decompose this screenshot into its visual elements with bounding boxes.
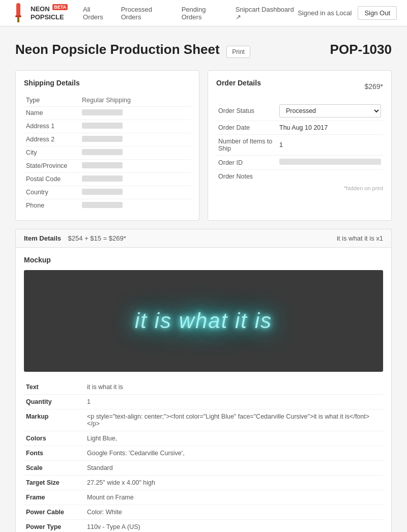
blurred-value: [82, 202, 123, 208]
item-details-table: Textit is what it isQuantity1Markup<p st…: [24, 380, 383, 532]
shipping-section-title: Shipping Details: [24, 79, 191, 87]
shipping-field-value: [80, 199, 191, 213]
shipping-row: Phone: [24, 199, 191, 213]
nav-all-orders[interactable]: All Orders: [83, 6, 111, 21]
order-field-value: [277, 170, 383, 184]
nav-processed-orders[interactable]: Processed Orders: [121, 6, 171, 21]
shipping-table: TypeRegular ShippingNameAddress 1Address…: [24, 94, 191, 212]
page-title: Neon Popsicle Production Sheet: [15, 42, 220, 57]
item-details-label: Item Details: [24, 234, 61, 242]
mockup-image: it is what it is: [24, 270, 383, 372]
order-field-value: Thu Aug 10 2017: [277, 121, 383, 135]
shipping-field-label: Type: [24, 94, 80, 107]
shipping-row: Name: [24, 107, 191, 120]
sign-out-button[interactable]: Sign Out: [358, 6, 397, 20]
print-button[interactable]: Print: [226, 46, 250, 58]
shipping-field-value: [80, 146, 191, 160]
shipping-field-label: Country: [24, 186, 80, 199]
shipping-field-value: [80, 107, 191, 120]
order-section-title: Order Details: [216, 79, 261, 87]
navigation: NEON BETA POPSICLE All Orders Processed …: [0, 0, 407, 26]
shipping-field-value: [80, 160, 191, 173]
item-field-label: Power Type: [24, 520, 85, 533]
logo-icon: [10, 3, 26, 23]
title-area: Neon Popsicle Production Sheet Print: [15, 42, 250, 58]
svg-rect-0: [16, 3, 20, 17]
order-price: $269*: [364, 82, 383, 91]
shipping-details-card: Shipping Details TypeRegular ShippingNam…: [15, 70, 199, 221]
item-field-label: Quantity: [24, 395, 85, 409]
item-field-value: Mount on Frame: [85, 490, 383, 505]
two-column-section: Shipping Details TypeRegular ShippingNam…: [15, 70, 392, 221]
item-field-label: Fonts: [24, 446, 85, 461]
item-detail-row: Target Size27.25" wide x 4.00" high: [24, 476, 383, 490]
item-field-label: Colors: [24, 431, 85, 446]
blurred-value: [82, 123, 123, 129]
item-field-value: Standard: [85, 461, 383, 476]
order-detail-row: Order Notes: [216, 170, 383, 184]
nav-links: All Orders Processed Orders Pending Orde…: [83, 6, 298, 21]
order-details-card: Order Details $269* Order StatusPendingP…: [208, 70, 392, 221]
item-detail-row: ScaleStandard: [24, 461, 383, 476]
item-card: Mockup it is what it is Textit is what i…: [15, 247, 392, 532]
item-detail-row: Quantity1: [24, 395, 383, 409]
shipping-field-value: Regular Shipping: [80, 94, 191, 107]
item-detail-row: Textit is what it is: [24, 380, 383, 395]
blurred-value: [82, 175, 123, 182]
item-detail-row: Power CableColor: White: [24, 505, 383, 520]
item-detail-row: Markup<p style="text-align: center;"><fo…: [24, 409, 383, 431]
shipping-field-value: [80, 186, 191, 199]
logo: NEON BETA POPSICLE: [10, 3, 68, 23]
order-field-value: 1: [277, 135, 383, 156]
mockup-title: Mockup: [24, 256, 383, 264]
order-field-value[interactable]: PendingProcessedShippedCancelled: [277, 101, 383, 121]
blurred-value: [82, 162, 123, 168]
item-field-value: 110v - Type A (US): [85, 520, 383, 533]
order-detail-row: Number of Items to Ship1: [216, 135, 383, 156]
item-detail-row: ColorsLight Blue,: [24, 431, 383, 446]
item-field-label: Text: [24, 380, 85, 395]
logo-line2: POPSICLE: [31, 13, 64, 21]
shipping-row: City: [24, 146, 191, 160]
order-detail-row: Order StatusPendingProcessedShippedCance…: [216, 101, 383, 121]
shipping-field-label: Phone: [24, 199, 80, 213]
page-header: Neon Popsicle Production Sheet Print POP…: [15, 42, 392, 58]
shipping-field-label: Name: [24, 107, 80, 120]
item-field-value: Light Blue,: [85, 431, 383, 446]
item-detail-row: Power Type110v - Type A (US): [24, 520, 383, 533]
item-price-formula: $254 + $15 = $269*: [68, 234, 126, 242]
order-field-label: Order Date: [216, 121, 277, 135]
order-field-label: Order Status: [216, 101, 277, 121]
shipping-row: Country: [24, 186, 191, 199]
item-field-label: Power Cable: [24, 505, 85, 520]
order-status-select[interactable]: PendingProcessedShippedCancelled: [279, 104, 381, 117]
order-detail-row: Order DateThu Aug 10 2017: [216, 121, 383, 135]
shipping-field-label: City: [24, 146, 80, 160]
logo-text-area: NEON BETA POPSICLE: [31, 5, 68, 21]
nav-pending-orders[interactable]: Pending Orders: [182, 6, 225, 21]
beta-badge: BETA: [52, 4, 68, 10]
item-name: it is what it is x1: [337, 234, 383, 242]
item-field-value: 1: [85, 395, 383, 409]
shipping-row: Postal Code: [24, 173, 191, 186]
item-field-label: Frame: [24, 490, 85, 505]
order-field-label: Order ID: [216, 156, 277, 170]
shipping-row: State/Province: [24, 160, 191, 173]
item-field-value: Color: White: [85, 505, 383, 520]
svg-rect-1: [15, 15, 21, 17]
item-field-value: it is what it is: [85, 380, 383, 395]
nav-right: Signed in as Local Sign Out: [298, 6, 397, 20]
nav-snipcart-dashboard[interactable]: Snipcart Dashboard ↗: [236, 6, 298, 21]
blurred-value: [82, 136, 123, 142]
neon-text-display: it is what it is: [135, 309, 272, 333]
item-details-header: Item Details $254 + $15 = $269* it is wh…: [15, 229, 392, 247]
item-field-value: 27.25" wide x 4.00" high: [85, 476, 383, 490]
hidden-on-print-note: *hidden on print: [216, 185, 383, 191]
shipping-field-label: State/Province: [24, 160, 80, 173]
order-field-label: Order Notes: [216, 170, 277, 184]
shipping-field-value: [80, 120, 191, 133]
shipping-row: Address 2: [24, 133, 191, 146]
item-detail-row: FrameMount on Frame: [24, 490, 383, 505]
shipping-row: Address 1: [24, 120, 191, 133]
item-field-value: <p style="text-align: center;"><font col…: [85, 409, 383, 431]
